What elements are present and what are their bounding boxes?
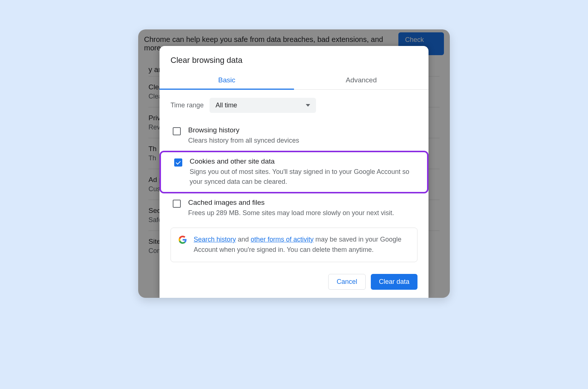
time-range-label: Time range <box>171 101 204 109</box>
checkbox-cookies[interactable] <box>174 158 182 167</box>
google-account-info-box: Search history and other forms of activi… <box>171 228 417 262</box>
option-browsing-history: Browsing history Clears history from all… <box>171 121 417 151</box>
option-subtitle: Clears history from all synced devices <box>188 136 415 146</box>
clear-browsing-data-dialog: Clear browsing data Basic Advanced Time … <box>159 46 429 298</box>
search-history-link[interactable]: Search history <box>194 236 236 243</box>
option-subtitle: Frees up 289 MB. Some sites may load mor… <box>188 208 415 218</box>
option-cached-images: Cached images and files Frees up 289 MB.… <box>171 193 417 223</box>
option-text: Cookies and other site data Signs you ou… <box>190 157 414 187</box>
dialog-content: Time range All time Browsing history Cle… <box>159 90 429 266</box>
option-title: Cached images and files <box>188 199 415 207</box>
option-title: Browsing history <box>188 126 415 134</box>
settings-frame: Chrome can help keep you safe from data … <box>138 29 450 298</box>
chevron-down-icon <box>306 104 310 107</box>
dialog-tabs: Basic Advanced <box>159 72 429 90</box>
cancel-button[interactable]: Cancel <box>328 274 366 290</box>
time-range-row: Time range All time <box>171 98 417 113</box>
google-logo-icon <box>178 235 187 244</box>
option-title: Cookies and other site data <box>190 157 414 165</box>
dialog-footer: Cancel Clear data <box>159 266 429 298</box>
clear-data-button[interactable]: Clear data <box>371 274 417 290</box>
time-range-select[interactable]: All time <box>209 98 316 113</box>
checkbox-browsing-history[interactable] <box>173 127 181 135</box>
option-text: Cached images and files Frees up 289 MB.… <box>188 199 415 218</box>
option-text: Browsing history Clears history from all… <box>188 126 415 146</box>
info-text: Search history and other forms of activi… <box>194 235 410 255</box>
time-range-value: All time <box>215 101 237 109</box>
checkbox-cached-images[interactable] <box>173 200 181 208</box>
option-subtitle: Signs you out of most sites. You'll stay… <box>190 167 414 187</box>
check-icon <box>176 160 180 164</box>
tab-advanced[interactable]: Advanced <box>294 72 429 89</box>
other-activity-link[interactable]: other forms of activity <box>251 236 313 243</box>
option-cookies-highlighted: Cookies and other site data Signs you ou… <box>159 151 429 193</box>
dialog-title: Clear browsing data <box>159 46 429 72</box>
tab-basic[interactable]: Basic <box>159 72 294 89</box>
